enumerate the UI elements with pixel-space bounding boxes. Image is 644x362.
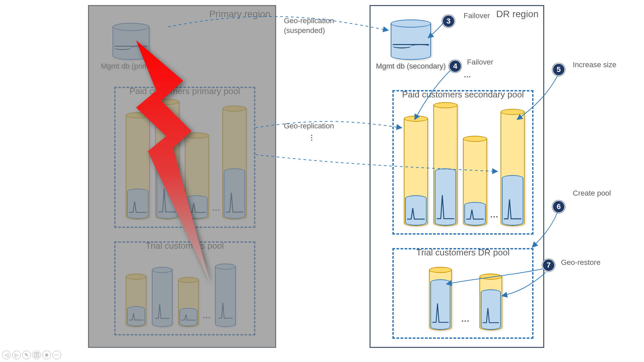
step-label-6: Create pool — [573, 189, 611, 198]
dr-region: DR region Mgmt db (secondary) Paid custo… — [370, 5, 544, 348]
db-tube — [404, 116, 428, 227]
db-tube — [429, 267, 452, 331]
trial-pool-dr: Trial customers DR pool … — [392, 248, 533, 339]
step-label-3: Failover — [464, 11, 490, 20]
step-badge-7: 7 — [542, 259, 555, 272]
geo-replication-label: Geo-replication — [284, 122, 334, 130]
zoom-button[interactable]: ⊕ — [42, 351, 51, 359]
step-badge-3: 3 — [442, 15, 455, 28]
more-button[interactable]: ⋯ — [52, 351, 61, 359]
dr-region-title: DR region — [496, 9, 539, 19]
mgmt-db-secondary-label: Mgmt db (secondary) — [376, 62, 446, 71]
db-tube — [479, 274, 502, 331]
step-badge-5: 5 — [552, 63, 565, 76]
db-tube — [433, 102, 458, 227]
subtitle-button[interactable]: 🅂 — [32, 351, 41, 359]
pen-button[interactable]: ✎ — [22, 351, 31, 359]
step-label-4: Failover — [467, 58, 493, 67]
ellipsis: … — [464, 71, 472, 79]
ellipsis: … — [461, 314, 471, 324]
step-badge-6: 6 — [552, 200, 565, 213]
lightning-icon — [116, 40, 223, 282]
step-badge-4: 4 — [449, 60, 462, 73]
geo-replication-suspended-label: Geo-replication (suspended) — [284, 16, 334, 35]
ellipsis: … — [309, 134, 318, 143]
db-tube — [463, 136, 487, 227]
ellipsis: … — [490, 209, 500, 220]
prev-slide-button[interactable]: ◁ — [2, 351, 11, 359]
step-label-7: Geo-restore — [561, 258, 600, 267]
next-slide-button[interactable]: ▷ — [12, 351, 21, 359]
db-tube — [501, 109, 525, 227]
mgmt-db-secondary: Mgmt db (secondary) — [391, 19, 431, 60]
paid-pool-secondary: Paid customers secondary pool … — [392, 90, 533, 235]
trial-pool-dr-title: Trial customers DR pool — [394, 247, 532, 258]
step-label-5: Increase size — [573, 61, 616, 69]
paid-pool-secondary-title: Paid customers secondary pool — [394, 89, 532, 100]
presentation-toolbar: ◁ ▷ ✎ 🅂 ⊕ ⋯ — [2, 351, 61, 359]
